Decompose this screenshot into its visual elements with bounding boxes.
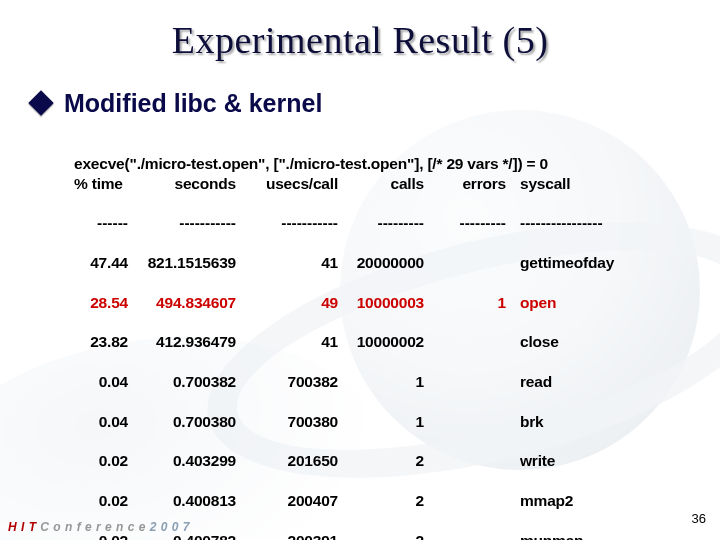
cell-pct: 0.02 xyxy=(74,451,128,471)
cell-usec: 200391 xyxy=(236,531,338,540)
cell-syscall: read xyxy=(510,372,552,392)
hdr-usec: usecs/call xyxy=(236,174,338,194)
cell-syscall: mmap2 xyxy=(510,491,573,511)
cell-usec: 200407 xyxy=(236,491,338,511)
cell-pct: 23.82 xyxy=(74,332,128,352)
hdr-sec: seconds xyxy=(128,174,236,194)
cell-sec: 0.403299 xyxy=(128,451,236,471)
cell-err: 1 xyxy=(424,293,506,313)
separator-row: ----------------------------------------… xyxy=(74,213,700,233)
cell-syscall: brk xyxy=(510,412,544,432)
cell-pct: 0.04 xyxy=(74,372,128,392)
table-row: 28.54494.83460749100000031open xyxy=(74,293,700,313)
hdr-err: errors xyxy=(424,174,506,194)
table-row: 0.040.7003807003801brk xyxy=(74,412,700,432)
cell-err xyxy=(424,412,506,432)
hdr-sys: syscall xyxy=(510,174,570,194)
cell-calls: 2 xyxy=(338,531,424,540)
cell-err xyxy=(424,332,506,352)
table-row: 0.020.4032992016502write xyxy=(74,451,700,471)
cell-sec: 821.1515639 xyxy=(128,253,236,273)
cell-err xyxy=(424,531,506,540)
cell-syscall: write xyxy=(510,451,555,471)
cell-sec: 0.700382 xyxy=(128,372,236,392)
strace-output: execve("./micro-test.open", ["./micro-te… xyxy=(74,134,700,540)
hdr-pct: % time xyxy=(74,174,128,194)
slide: Experimental Result (5) Modified libc & … xyxy=(0,0,720,540)
table-row: 23.82412.9364794110000002close xyxy=(74,332,700,352)
table-row: 47.44821.15156394120000000gettimeofday xyxy=(74,253,700,273)
cell-calls: 1 xyxy=(338,372,424,392)
cell-err xyxy=(424,372,506,392)
cell-calls: 10000002 xyxy=(338,332,424,352)
cell-calls: 2 xyxy=(338,491,424,511)
cell-calls: 1 xyxy=(338,412,424,432)
bullet-diamond-icon xyxy=(28,90,53,115)
cell-usec: 41 xyxy=(236,332,338,352)
cell-usec: 700380 xyxy=(236,412,338,432)
cell-sec: 0.700380 xyxy=(128,412,236,432)
cell-usec: 41 xyxy=(236,253,338,273)
slide-title: Experimental Result (5) xyxy=(0,0,720,62)
cell-calls: 10000003 xyxy=(338,293,424,313)
bullet-text: Modified libc & kernel xyxy=(64,89,322,118)
cell-usec: 700382 xyxy=(236,372,338,392)
cell-syscall: gettimeofday xyxy=(510,253,614,273)
cell-syscall: munmap xyxy=(510,531,583,540)
page-number: 36 xyxy=(692,511,706,526)
cell-pct: 0.02 xyxy=(74,491,128,511)
logo-hit: H I T xyxy=(8,520,37,534)
logo-conf: C o n f e r e n c e xyxy=(37,520,150,534)
cell-err xyxy=(424,451,506,471)
logo-year: 2 0 0 7 xyxy=(150,520,190,534)
table-row: 0.020.4008132004072mmap2 xyxy=(74,491,700,511)
cell-pct: 0.04 xyxy=(74,412,128,432)
cell-pct: 47.44 xyxy=(74,253,128,273)
cell-err xyxy=(424,491,506,511)
hdr-calls: calls xyxy=(338,174,424,194)
exec-line: execve("./micro-test.open", ["./micro-te… xyxy=(74,155,548,172)
cell-err xyxy=(424,253,506,273)
cell-sec: 494.834607 xyxy=(128,293,236,313)
cell-syscall: open xyxy=(510,293,556,313)
bullet-row: Modified libc & kernel xyxy=(32,88,700,118)
cell-calls: 2 xyxy=(338,451,424,471)
cell-syscall: close xyxy=(510,332,559,352)
cell-sec: 0.400813 xyxy=(128,491,236,511)
footer-logo: H I T C o n f e r e n c e 2 0 0 7 xyxy=(8,520,190,534)
content-area: Modified libc & kernel execve("./micro-t… xyxy=(0,62,720,540)
table-row: 0.040.7003827003821read xyxy=(74,372,700,392)
header-row: % timesecondsusecs/callcallserrorssyscal… xyxy=(74,174,700,194)
cell-pct: 28.54 xyxy=(74,293,128,313)
cell-usec: 201650 xyxy=(236,451,338,471)
cell-calls: 20000000 xyxy=(338,253,424,273)
cell-usec: 49 xyxy=(236,293,338,313)
cell-sec: 412.936479 xyxy=(128,332,236,352)
